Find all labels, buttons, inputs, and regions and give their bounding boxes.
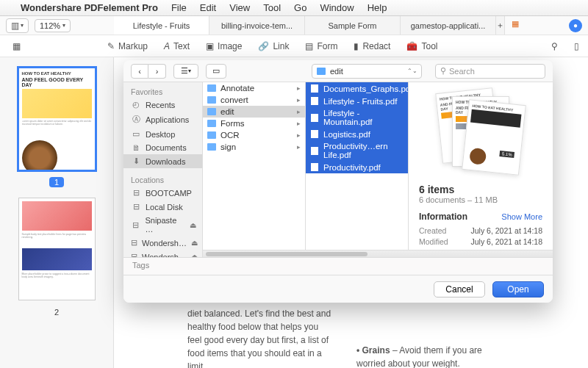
disk-icon: ⊟ <box>131 188 141 198</box>
folder-edit[interactable]: edit▸ <box>203 106 305 118</box>
file-productivity-life[interactable]: Productivity…ern Life.pdf <box>306 140 408 161</box>
doc-paragraph-2: • Grains – Avoid them if you are worried… <box>356 344 503 368</box>
menu-help[interactable]: Help <box>368 2 387 13</box>
tab-gamestop[interactable]: gamestop-applicati... <box>401 16 496 35</box>
folder-forms[interactable]: Forms▸ <box>203 118 305 129</box>
pdf-icon <box>310 129 319 139</box>
folder-icon <box>207 131 216 139</box>
cancel-button[interactable]: Cancel <box>434 281 485 297</box>
account-avatar[interactable]: ● <box>569 19 582 32</box>
image-icon: ▣ <box>206 41 214 51</box>
thumbnail-berry-image <box>22 248 92 270</box>
redact-icon: ▮ <box>354 41 359 51</box>
menu-edit[interactable]: Edit <box>200 2 216 13</box>
tab-billing-invoice[interactable]: billing-invoice-tem... <box>209 16 305 35</box>
search-icon[interactable]: ⚲ <box>551 41 558 51</box>
markup-button[interactable]: ✎Markup <box>107 41 148 51</box>
sidebar-item-snipaste[interactable]: ⊟Snipaste …⏏ <box>123 214 202 236</box>
menu-view[interactable]: View <box>229 2 250 13</box>
menu-tool[interactable]: Tool <box>263 2 281 13</box>
new-tab-button[interactable]: ＋ <box>496 16 505 35</box>
open-button[interactable]: Open <box>492 281 544 297</box>
sidebar-item-downloads[interactable]: ⬇Downloads <box>123 154 202 168</box>
sidebar-item-applications[interactable]: ⒶApplications <box>123 112 202 127</box>
dialog-sidebar: Favorites ◴Recents ⒶApplications ▭Deskto… <box>123 82 203 257</box>
menu-go[interactable]: Go <box>294 2 306 13</box>
menu-file[interactable]: File <box>171 2 187 13</box>
panel-icon[interactable]: ▯ <box>574 41 579 51</box>
items-title: 6 items <box>419 184 542 195</box>
tool-button[interactable]: 🧰Tool <box>406 41 437 51</box>
app-grid-icon[interactable]: ▦ <box>508 16 523 31</box>
nav-forward-button[interactable]: › <box>148 64 166 79</box>
dialog-footer: Cancel Open <box>123 275 553 303</box>
sidebar-head-locations: Locations <box>123 173 202 186</box>
image-button[interactable]: ▣Image <box>206 41 242 51</box>
path-label: edit <box>330 67 343 76</box>
sidebar-item-wondershare-2[interactable]: ⊟Wondersh…⏏ <box>123 250 202 257</box>
pdf-icon <box>310 84 319 93</box>
downloads-icon: ⬇ <box>131 156 141 166</box>
tags-label: Tags <box>132 261 149 270</box>
sidebar-item-wondershare-1[interactable]: ⊟Wondersh…⏏ <box>123 236 202 250</box>
folder-annotate[interactable]: Annotate▸ <box>203 82 305 94</box>
thumbnails-icon[interactable]: ▦ <box>9 41 24 51</box>
sidebar-item-recents[interactable]: ◴Recents <box>123 98 202 112</box>
sidebar-item-documents[interactable]: 🗎Documents <box>123 141 202 154</box>
view-mode-button[interactable]: ☰ ▾ <box>173 64 198 79</box>
link-button[interactable]: 🔗Link <box>258 41 289 51</box>
sidebar-item-desktop[interactable]: ▭Desktop <box>123 127 202 141</box>
toolbox-icon: 🧰 <box>406 41 417 51</box>
file-documents-graphs[interactable]: Documents_Graphs.pdf <box>306 82 408 95</box>
sidebar-toggle-button[interactable]: ▥ ▾ <box>6 18 29 33</box>
show-more-link[interactable]: Show More <box>501 212 542 221</box>
zoom-selector[interactable]: 112% ▾ <box>35 19 71 32</box>
eject-icon[interactable]: ⏏ <box>190 221 196 229</box>
thumbnail-coffee-image <box>22 140 57 170</box>
thumbnail-page-2[interactable]: Sample body text placeholder lines for p… <box>18 198 96 300</box>
folder-sign[interactable]: sign▸ <box>203 141 305 153</box>
file-logistics[interactable]: Logistics.pdf <box>306 128 408 140</box>
sidebar-item-bootcamp[interactable]: ⊟BOOTCAMP <box>123 186 202 200</box>
chevron-right-icon: ▸ <box>297 120 301 127</box>
dialog-toolbar: ‹ › ☰ ▾ ▭ edit ⌃⌄ ⚲ Search <box>123 60 553 82</box>
menubar: Wondershare PDFelement Pro File Edit Vie… <box>0 0 588 16</box>
menu-window[interactable]: Window <box>320 2 354 13</box>
form-button[interactable]: ▤Form <box>305 41 337 51</box>
group-button[interactable]: ▭ <box>206 64 226 79</box>
eject-icon[interactable]: ⏏ <box>191 253 198 257</box>
app-name[interactable]: Wondershare PDFelement Pro <box>21 2 158 13</box>
clock-icon: ◴ <box>131 100 141 109</box>
preview-card: HOW TO EAT HEALTHY 5.1% <box>462 99 526 176</box>
eject-icon[interactable]: ⏏ <box>191 239 198 247</box>
preview-coffee-circle <box>469 148 487 165</box>
folder-convert[interactable]: convert▸ <box>203 94 305 106</box>
dialog-search[interactable]: ⚲ Search <box>435 64 545 79</box>
search-icon: ⚲ <box>440 66 446 76</box>
chevron-down-icon: ▾ <box>21 22 24 29</box>
horizontal-scrollbar[interactable] <box>203 250 553 257</box>
path-selector[interactable]: edit ⌃⌄ <box>312 64 422 79</box>
disk-icon: ⊟ <box>131 220 140 230</box>
thumbnail-page-1[interactable]: HOW TO EAT HEALTHY AND FEEL GOOD EVERY D… <box>18 68 96 170</box>
scrollbar-thumb[interactable] <box>206 252 368 256</box>
folder-icon <box>207 84 216 92</box>
folder-ocr[interactable]: OCR▸ <box>203 129 305 141</box>
window-toolbar: ▥ ▾ 112% ▾ Lifestyle - Fruits billing-in… <box>0 16 588 35</box>
redact-button[interactable]: ▮Redact <box>354 41 390 51</box>
tab-lifestyle-fruits[interactable]: Lifestyle - Fruits <box>114 16 209 35</box>
pdf-icon <box>310 113 319 123</box>
doc-paragraph: diet balanced. Let's find the best and h… <box>187 307 334 368</box>
file-lifestyle-mountain[interactable]: Lifestyle - Mountain.pdf <box>306 107 408 128</box>
form-icon: ▤ <box>305 41 313 51</box>
folder-icon <box>207 143 216 151</box>
sidebar-item-localdisk[interactable]: ⊟Local Disk <box>123 200 202 214</box>
thumbnail-fruit-image <box>22 201 92 231</box>
file-productivity[interactable]: Productivity.pdf <box>306 161 408 173</box>
text-button[interactable]: AText <box>164 41 190 51</box>
nav-back-button[interactable]: ‹ <box>131 64 148 79</box>
info-row-created: Created July 6, 2021 at 14:18 <box>419 226 542 235</box>
tab-sample-form[interactable]: Sample Form <box>305 16 401 35</box>
file-lifestyle-fruits[interactable]: Lifestyle - Fruits.pdf <box>306 95 408 107</box>
folder-icon <box>317 68 326 75</box>
